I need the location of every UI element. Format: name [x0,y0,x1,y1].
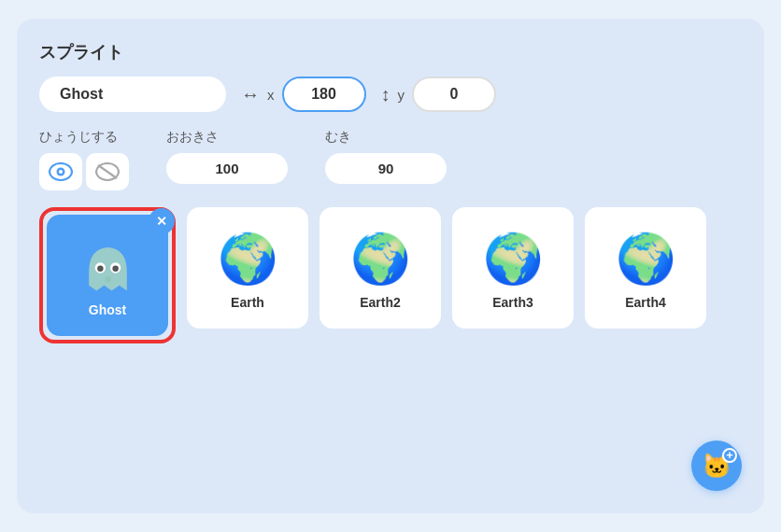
earth3-emoji: 🌍 [483,234,544,283]
svg-line-4 [98,165,117,178]
earth3-name-label: Earth3 [492,295,533,310]
eye-closed-icon [95,162,120,181]
visibility-buttons [39,153,129,190]
size-label: おおきさ [166,129,288,146]
eye-open-icon [49,162,73,181]
x-input[interactable] [282,77,366,112]
x-axis-icon: ↔ [241,84,260,105]
svg-point-9 [105,276,111,283]
earth4-name-label: Earth4 [625,295,666,310]
y-axis-icon: ↕ [381,84,390,105]
panel-title: スプライト [39,41,742,63]
ghost-image [70,233,145,299]
visible-button[interactable] [39,153,82,190]
delete-sprite-button[interactable]: ✕ [149,208,175,234]
earth3-image: 🌍 [476,226,550,291]
earth-emoji: 🌍 [218,234,278,283]
y-label: y [398,87,405,103]
x-coord-group: ↔ x [241,77,366,112]
show-label: ひょうじする [39,129,129,146]
sprite-card-ghost[interactable]: ✕ Ghost [47,215,168,336]
x-label: x [267,87,275,103]
earth2-emoji: 🌍 [350,234,411,283]
direction-label: むき [325,129,447,146]
visibility-field: ひょうじする [39,129,129,190]
row-controls: ひょうじする おおきさ [39,129,742,190]
earth-name-label: Earth [231,295,264,310]
add-sprite-icon-group: 🐱 + [702,452,731,481]
add-sprite-button[interactable]: 🐱 + [691,441,742,491]
ghost-name-label: Ghost [89,302,126,317]
sprite-card-earth2[interactable]: 🌍 Earth2 [320,207,441,329]
earth4-image: 🌍 [608,226,683,291]
sprite-card-earth3[interactable]: 🌍 Earth3 [452,207,574,329]
direction-field: むき [325,129,447,184]
size-input[interactable] [166,153,288,184]
sprite-panel: スプライト ↔ x ↕ y ひょうじする [17,19,764,513]
row-name-coords: ↔ x ↕ y [39,77,742,112]
delete-icon: ✕ [156,214,167,229]
plus-badge: + [722,448,737,463]
sprites-row: ✕ Ghost [39,207,742,343]
sprite-card-earth4[interactable]: 🌍 Earth4 [585,207,706,329]
hidden-button[interactable] [86,153,129,190]
size-field: おおきさ [166,129,288,184]
earth-image: 🌍 [210,226,285,291]
y-coord-group: ↕ y [381,77,497,112]
sprite-card-earth[interactable]: 🌍 Earth [187,207,308,329]
earth2-name-label: Earth2 [360,295,401,310]
direction-input[interactable] [325,153,447,184]
svg-point-2 [59,170,63,174]
y-input[interactable] [412,77,496,112]
ghost-svg [78,233,138,299]
sprite-name-input[interactable] [39,77,226,112]
earth2-image: 🌍 [343,226,418,291]
ghost-selected-wrapper: ✕ Ghost [39,207,176,343]
svg-point-8 [112,266,119,273]
svg-point-7 [97,266,104,273]
earth4-emoji: 🌍 [616,234,676,283]
